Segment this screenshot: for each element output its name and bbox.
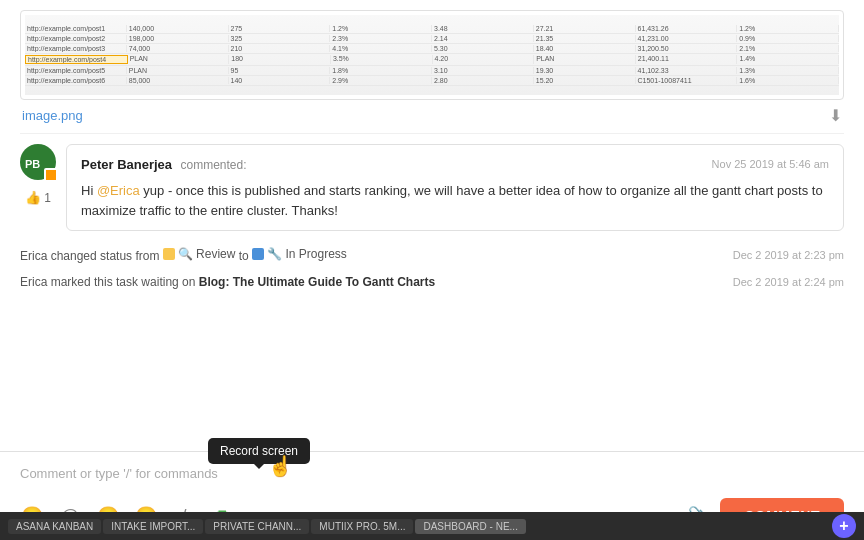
- image-section: http://example.com/post1140,0002751.2%3.…: [0, 0, 864, 133]
- mention[interactable]: @Erica: [97, 183, 140, 198]
- main-container: http://example.com/post1140,0002751.2%3.…: [0, 0, 864, 540]
- activity-prefix-2: Erica marked this task waiting on: [20, 275, 199, 289]
- left-side: PB 👍 1: [20, 144, 56, 231]
- spreadsheet-rows: http://example.com/post1140,0002751.2%3.…: [25, 24, 839, 86]
- image-link-row: image.png ⬇: [20, 100, 844, 125]
- status-from: 🔍 Review: [163, 247, 236, 261]
- comment-text-after: yup - once this is published and starts …: [81, 183, 823, 218]
- commenter-name: Peter Banerjea: [81, 157, 172, 172]
- activity-arrow-1: to: [239, 249, 252, 263]
- comment-text: Hi @Erica yup - once this is published a…: [81, 181, 829, 220]
- record-screen-tooltip: Record screen: [208, 438, 310, 464]
- chip-yellow: [163, 248, 175, 260]
- chip-blue: [252, 248, 264, 260]
- comment-timestamp: Nov 25 2019 at 5:46 am: [712, 158, 829, 170]
- bottom-taskbar: ASANA KANBAN INTAKE IMPORT... PRIVATE CH…: [0, 512, 864, 540]
- taskbar-item-2[interactable]: PRIVATE CHANN...: [205, 519, 309, 534]
- taskbar-items: ASANA KANBAN INTAKE IMPORT... PRIVATE CH…: [8, 519, 526, 534]
- comment-header: Peter Banerjea commented: Nov 25 2019 at…: [81, 155, 829, 173]
- activity-prefix-1: Erica changed status from: [20, 249, 163, 263]
- activity-timestamp-2: Dec 2 2019 at 2:24 pm: [733, 276, 844, 288]
- comment-meta: Peter Banerjea commented:: [81, 155, 247, 173]
- taskbar-item-3[interactable]: MUTIIX PRO. 5M...: [311, 519, 413, 534]
- activity-left-1: Erica changed status from 🔍 Review to 🔧 …: [20, 247, 733, 263]
- taskbar-item-1[interactable]: INTAKE IMPORT...: [103, 519, 203, 534]
- image-preview: http://example.com/post1140,0002751.2%3.…: [20, 10, 844, 100]
- like-count: 1: [44, 191, 51, 205]
- status-to: 🔧 In Progress: [252, 247, 347, 261]
- activity-link[interactable]: Blog: The Ultimate Guide To Gantt Charts: [199, 275, 435, 289]
- taskbar-item-0[interactable]: ASANA KANBAN: [8, 519, 101, 534]
- activity-item-1: Erica changed status from 🔍 Review to 🔧 …: [20, 241, 844, 269]
- like-icon[interactable]: 👍: [25, 190, 41, 205]
- avatar-badge: [44, 168, 58, 182]
- comment-input[interactable]: Comment or type '/' for commands: [20, 462, 844, 490]
- activity-log: Erica changed status from 🔍 Review to 🔧 …: [0, 241, 864, 295]
- comment-wrapper: PB 👍 1 Peter Banerjea commented: Nov 25 …: [0, 134, 864, 241]
- comment-text-before: Hi: [81, 183, 97, 198]
- activity-item-2: Erica marked this task waiting on Blog: …: [20, 269, 844, 295]
- comment-action: commented:: [181, 158, 247, 172]
- taskbar-item-4[interactable]: DASHBOARD - NE...: [415, 519, 525, 534]
- image-preview-inner: http://example.com/post1140,0002751.2%3.…: [25, 15, 839, 95]
- activity-left-2: Erica marked this task waiting on Blog: …: [20, 275, 733, 289]
- taskbar-fab[interactable]: +: [832, 514, 856, 538]
- avatar: PB: [20, 144, 56, 180]
- activity-timestamp-1: Dec 2 2019 at 2:23 pm: [733, 249, 844, 261]
- image-link[interactable]: image.png: [22, 108, 83, 123]
- download-icon[interactable]: ⬇: [829, 106, 842, 125]
- comment-bubble: Peter Banerjea commented: Nov 25 2019 at…: [66, 144, 844, 231]
